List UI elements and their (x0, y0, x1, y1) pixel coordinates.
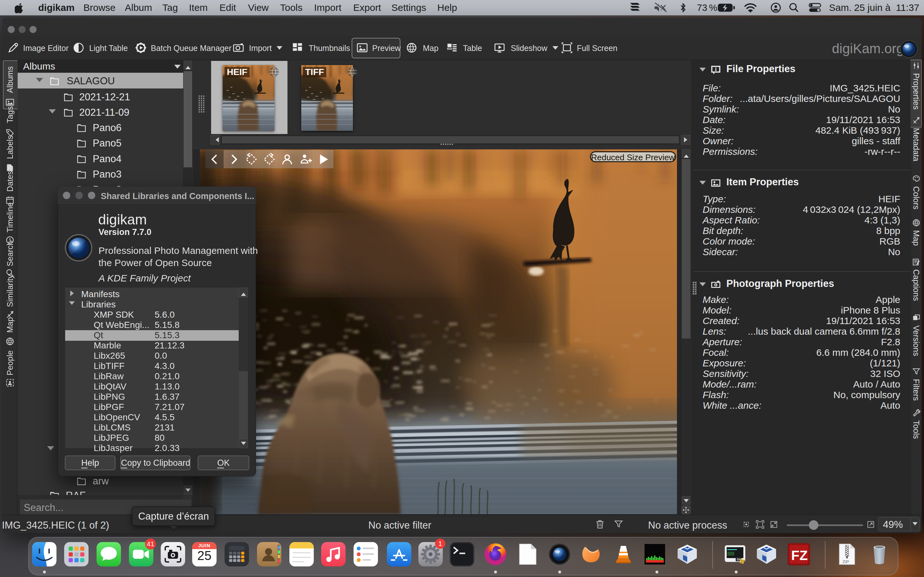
svg-text:2.6: 2.6 (741, 560, 745, 563)
svg-text:FZ: FZ (791, 548, 808, 563)
svg-text:ZIP: ZIP (843, 559, 849, 564)
svg-text:64: 64 (737, 558, 741, 561)
